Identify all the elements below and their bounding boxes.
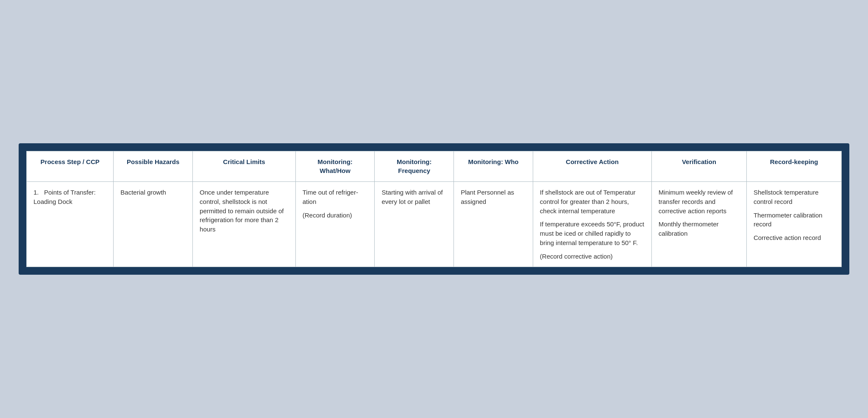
cell-freq: Starting with arrival of every lot or pa… xyxy=(375,182,454,267)
col-header-hazards: Possible Hazards xyxy=(114,151,193,182)
col-header-process: Process Step / CCP xyxy=(27,151,114,182)
table-row: 1. Points of Transfer: Loading Dock Bact… xyxy=(27,182,842,267)
cell-who: Plant Personnel as assigned xyxy=(454,182,533,267)
cell-action: If shellstock are out of Temperatur cont… xyxy=(533,182,651,267)
cell-what: Time out of refriger-ation (Record durat… xyxy=(295,182,375,267)
action-line-2: If temperature exceeds 50°F, product mus… xyxy=(540,220,645,247)
cell-verify: Minimum weekly review of transfer record… xyxy=(651,182,746,267)
cell-what-content: Time out of refriger-ation (Record durat… xyxy=(303,188,368,220)
action-line-1: If shellstock are out of Temperatur cont… xyxy=(540,188,645,215)
cell-limits: Once under temperature control, shellsto… xyxy=(193,182,296,267)
verify-line-1: Minimum weekly review of transfer record… xyxy=(659,188,740,215)
col-header-freq: Monitoring: Frequency xyxy=(375,151,454,182)
cell-hazards: Bacterial growth xyxy=(114,182,193,267)
haccp-table: Process Step / CCP Possible Hazards Crit… xyxy=(26,151,842,268)
what-line-2: (Record duration) xyxy=(303,211,368,220)
record-line-3: Corrective action record xyxy=(754,233,835,242)
col-header-verify: Verification xyxy=(651,151,746,182)
col-header-who: Monitoring: Who xyxy=(454,151,533,182)
cell-record: Shellstock temperature control record Th… xyxy=(746,182,841,267)
record-line-2: Thermometer calibration record xyxy=(754,211,835,229)
col-header-action: Corrective Action xyxy=(533,151,651,182)
col-header-what: Monitoring: What/How xyxy=(295,151,375,182)
record-line-1: Shellstock temperature control record xyxy=(754,188,835,206)
cell-record-content: Shellstock temperature control record Th… xyxy=(754,188,835,242)
verify-line-2: Monthly thermometer calibration xyxy=(659,220,740,238)
action-line-3: (Record corrective action) xyxy=(540,252,645,261)
cell-action-content: If shellstock are out of Temperatur cont… xyxy=(540,188,645,261)
haccp-table-wrapper: Process Step / CCP Possible Hazards Crit… xyxy=(19,143,849,275)
header-row: Process Step / CCP Possible Hazards Crit… xyxy=(27,151,842,182)
cell-verify-content: Minimum weekly review of transfer record… xyxy=(659,188,740,238)
col-header-limits: Critical Limits xyxy=(193,151,296,182)
col-header-record: Record-keeping xyxy=(746,151,841,182)
cell-process: 1. Points of Transfer: Loading Dock xyxy=(27,182,114,267)
what-line-1: Time out of refriger-ation xyxy=(303,188,368,206)
